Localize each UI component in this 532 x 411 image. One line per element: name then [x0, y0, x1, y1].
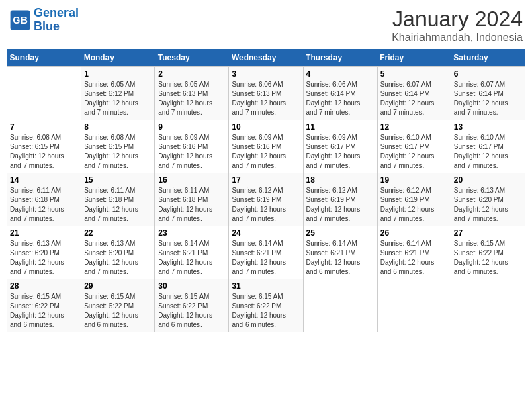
day-number: 4 — [306, 69, 374, 79]
calendar-cell — [303, 279, 377, 332]
day-info: Sunrise: 6:08 AM Sunset: 6:15 PM Dayligh… — [84, 133, 152, 171]
calendar-table: SundayMondayTuesdayWednesdayThursdayFrid… — [7, 49, 525, 332]
day-number: 25 — [306, 228, 374, 238]
day-number: 18 — [306, 175, 374, 185]
header-monday: Monday — [81, 49, 155, 67]
day-info: Sunrise: 6:05 AM Sunset: 6:13 PM Dayligh… — [158, 80, 226, 118]
day-number: 7 — [10, 122, 78, 132]
day-info: Sunrise: 6:15 AM Sunset: 6:22 PM Dayligh… — [84, 292, 152, 330]
day-info: Sunrise: 6:09 AM Sunset: 6:16 PM Dayligh… — [158, 133, 226, 171]
calendar-cell: 8Sunrise: 6:08 AM Sunset: 6:15 PM Daylig… — [81, 120, 155, 173]
header-tuesday: Tuesday — [155, 49, 229, 67]
header-wednesday: Wednesday — [229, 49, 303, 67]
calendar-cell: 28Sunrise: 6:15 AM Sunset: 6:22 PM Dayli… — [7, 279, 81, 332]
day-info: Sunrise: 6:15 AM Sunset: 6:22 PM Dayligh… — [232, 292, 300, 330]
calendar-cell: 22Sunrise: 6:13 AM Sunset: 6:20 PM Dayli… — [81, 226, 155, 279]
day-number: 13 — [454, 122, 522, 132]
page-title: January 2024 — [392, 7, 523, 32]
calendar-cell: 14Sunrise: 6:11 AM Sunset: 6:18 PM Dayli… — [7, 173, 81, 226]
calendar-cell: 30Sunrise: 6:15 AM Sunset: 6:22 PM Dayli… — [155, 279, 229, 332]
calendar-cell: 10Sunrise: 6:09 AM Sunset: 6:16 PM Dayli… — [229, 120, 303, 173]
day-info: Sunrise: 6:08 AM Sunset: 6:15 PM Dayligh… — [10, 133, 78, 171]
calendar-week-row: 1Sunrise: 6:05 AM Sunset: 6:12 PM Daylig… — [7, 67, 525, 120]
day-number: 19 — [380, 175, 448, 185]
day-number: 24 — [232, 228, 300, 238]
day-number: 5 — [380, 69, 448, 79]
header-thursday: Thursday — [303, 49, 377, 67]
day-info: Sunrise: 6:13 AM Sunset: 6:20 PM Dayligh… — [10, 239, 78, 277]
calendar-cell: 26Sunrise: 6:14 AM Sunset: 6:21 PM Dayli… — [377, 226, 451, 279]
day-number: 31 — [232, 281, 300, 291]
calendar-cell: 6Sunrise: 6:07 AM Sunset: 6:14 PM Daylig… — [451, 67, 525, 120]
day-number: 30 — [158, 281, 226, 291]
day-info: Sunrise: 6:15 AM Sunset: 6:22 PM Dayligh… — [158, 292, 226, 330]
day-info: Sunrise: 6:13 AM Sunset: 6:20 PM Dayligh… — [84, 239, 152, 277]
day-number: 20 — [454, 175, 522, 185]
day-info: Sunrise: 6:12 AM Sunset: 6:19 PM Dayligh… — [232, 186, 300, 224]
day-number: 21 — [10, 228, 78, 238]
logo-text: General Blue — [34, 7, 79, 34]
day-number: 27 — [454, 228, 522, 238]
calendar-week-row: 28Sunrise: 6:15 AM Sunset: 6:22 PM Dayli… — [7, 279, 525, 332]
day-info: Sunrise: 6:09 AM Sunset: 6:16 PM Dayligh… — [232, 133, 300, 171]
calendar-week-row: 14Sunrise: 6:11 AM Sunset: 6:18 PM Dayli… — [7, 173, 525, 226]
calendar-header-row: SundayMondayTuesdayWednesdayThursdayFrid… — [7, 49, 525, 67]
day-info: Sunrise: 6:11 AM Sunset: 6:18 PM Dayligh… — [10, 186, 78, 224]
calendar-cell: 16Sunrise: 6:11 AM Sunset: 6:18 PM Dayli… — [155, 173, 229, 226]
header-sunday: Sunday — [7, 49, 81, 67]
logo: GB General Blue — [9, 7, 79, 34]
header-saturday: Saturday — [451, 49, 525, 67]
day-info: Sunrise: 6:12 AM Sunset: 6:19 PM Dayligh… — [306, 186, 374, 224]
day-number: 22 — [84, 228, 152, 238]
svg-text:GB: GB — [13, 15, 28, 26]
day-number: 14 — [10, 175, 78, 185]
calendar-cell: 17Sunrise: 6:12 AM Sunset: 6:19 PM Dayli… — [229, 173, 303, 226]
day-info: Sunrise: 6:05 AM Sunset: 6:12 PM Dayligh… — [84, 80, 152, 118]
day-number: 29 — [84, 281, 152, 291]
calendar-cell: 1Sunrise: 6:05 AM Sunset: 6:12 PM Daylig… — [81, 67, 155, 120]
calendar-week-row: 7Sunrise: 6:08 AM Sunset: 6:15 PM Daylig… — [7, 120, 525, 173]
calendar-cell — [451, 279, 525, 332]
day-info: Sunrise: 6:12 AM Sunset: 6:19 PM Dayligh… — [380, 186, 448, 224]
calendar-cell: 27Sunrise: 6:15 AM Sunset: 6:22 PM Dayli… — [451, 226, 525, 279]
day-number: 23 — [158, 228, 226, 238]
calendar-cell — [377, 279, 451, 332]
calendar-cell: 31Sunrise: 6:15 AM Sunset: 6:22 PM Dayli… — [229, 279, 303, 332]
calendar-cell: 13Sunrise: 6:10 AM Sunset: 6:17 PM Dayli… — [451, 120, 525, 173]
day-number: 8 — [84, 122, 152, 132]
day-number: 2 — [158, 69, 226, 79]
calendar-cell: 3Sunrise: 6:06 AM Sunset: 6:13 PM Daylig… — [229, 67, 303, 120]
day-info: Sunrise: 6:11 AM Sunset: 6:18 PM Dayligh… — [84, 186, 152, 224]
day-number: 1 — [84, 69, 152, 79]
calendar-cell: 12Sunrise: 6:10 AM Sunset: 6:17 PM Dayli… — [377, 120, 451, 173]
day-info: Sunrise: 6:10 AM Sunset: 6:17 PM Dayligh… — [380, 133, 448, 171]
calendar-cell: 20Sunrise: 6:13 AM Sunset: 6:20 PM Dayli… — [451, 173, 525, 226]
day-number: 9 — [158, 122, 226, 132]
day-number: 15 — [84, 175, 152, 185]
day-info: Sunrise: 6:14 AM Sunset: 6:21 PM Dayligh… — [306, 239, 374, 277]
calendar-cell: 5Sunrise: 6:07 AM Sunset: 6:14 PM Daylig… — [377, 67, 451, 120]
day-info: Sunrise: 6:06 AM Sunset: 6:13 PM Dayligh… — [232, 80, 300, 118]
calendar-cell: 9Sunrise: 6:09 AM Sunset: 6:16 PM Daylig… — [155, 120, 229, 173]
calendar-week-row: 21Sunrise: 6:13 AM Sunset: 6:20 PM Dayli… — [7, 226, 525, 279]
day-number: 28 — [10, 281, 78, 291]
calendar-cell: 15Sunrise: 6:11 AM Sunset: 6:18 PM Dayli… — [81, 173, 155, 226]
day-number: 12 — [380, 122, 448, 132]
logo-icon: GB — [9, 9, 31, 31]
day-number: 3 — [232, 69, 300, 79]
day-number: 26 — [380, 228, 448, 238]
calendar-cell: 2Sunrise: 6:05 AM Sunset: 6:13 PM Daylig… — [155, 67, 229, 120]
title-area: January 2024 Khairiahmandah, Indonesia — [392, 7, 523, 44]
day-info: Sunrise: 6:09 AM Sunset: 6:17 PM Dayligh… — [306, 133, 374, 171]
day-number: 11 — [306, 122, 374, 132]
calendar-cell: 4Sunrise: 6:06 AM Sunset: 6:14 PM Daylig… — [303, 67, 377, 120]
calendar-cell: 11Sunrise: 6:09 AM Sunset: 6:17 PM Dayli… — [303, 120, 377, 173]
day-info: Sunrise: 6:13 AM Sunset: 6:20 PM Dayligh… — [454, 186, 522, 224]
day-number: 10 — [232, 122, 300, 132]
day-number: 6 — [454, 69, 522, 79]
day-number: 17 — [232, 175, 300, 185]
page-subtitle: Khairiahmandah, Indonesia — [392, 32, 523, 44]
header-friday: Friday — [377, 49, 451, 67]
calendar-cell: 29Sunrise: 6:15 AM Sunset: 6:22 PM Dayli… — [81, 279, 155, 332]
calendar-cell: 23Sunrise: 6:14 AM Sunset: 6:21 PM Dayli… — [155, 226, 229, 279]
